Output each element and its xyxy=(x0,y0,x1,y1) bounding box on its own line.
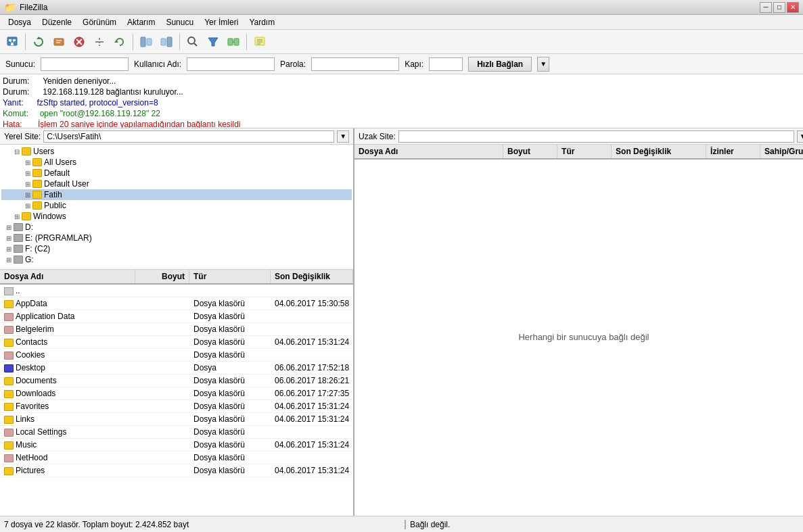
toolbar-filter[interactable] xyxy=(204,32,223,51)
header-date[interactable]: Son Değişiklik xyxy=(271,270,353,283)
expand-icon[interactable]: ⊞ xyxy=(12,213,22,220)
file-row-localsettings[interactable]: Local Settings Dosya klasörü xyxy=(0,426,353,439)
quickconnect-dropdown[interactable]: ▼ xyxy=(537,57,549,72)
file-row-documents[interactable]: Documents Dosya klasörü 06.06.2017 18:26… xyxy=(0,374,353,387)
svg-rect-7 xyxy=(54,39,64,45)
header-perm[interactable]: İzinler xyxy=(706,145,760,158)
file-row-appdata2[interactable]: Application Data Dosya klasörü xyxy=(0,310,353,323)
header-type[interactable]: Tür xyxy=(189,270,271,283)
password-input[interactable] xyxy=(311,57,399,71)
server-input[interactable] xyxy=(41,57,129,71)
menu-gorunum[interactable]: Görünüm xyxy=(77,16,122,28)
menu-yerimleri[interactable]: Yer İmleri xyxy=(199,16,244,28)
log-line: Durum: Yeniden deneniyor... xyxy=(3,76,800,87)
toolbar-dirsync[interactable] xyxy=(224,32,243,51)
port-input[interactable] xyxy=(429,57,463,71)
header-size[interactable]: Boyut xyxy=(503,145,557,158)
file-row-contacts[interactable]: Contacts Dosya klasörü 04.06.2017 15:31:… xyxy=(0,336,353,349)
toolbar-search[interactable] xyxy=(183,32,202,51)
folder-icon xyxy=(4,339,14,347)
file-row-favorites[interactable]: Favorites Dosya klasörü 04.06.2017 15:31… xyxy=(0,400,353,413)
tree-item-g[interactable]: ⊞ G: xyxy=(1,254,352,265)
quickconnect-button[interactable]: Hızlı Bağlan xyxy=(468,57,532,72)
tree-label: Users xyxy=(33,147,54,156)
tree-item-f[interactable]: ⊞ F: (C2) xyxy=(1,243,352,254)
local-file-list[interactable]: Dosya Adı Boyut Tür Son Değişiklik .. Ap… xyxy=(0,270,353,516)
header-name[interactable]: Dosya Adı xyxy=(0,270,135,283)
local-tree[interactable]: ⊟ Users ⊞ All Users ⊞ Default ⊞ Default … xyxy=(0,145,353,270)
header-name[interactable]: Dosya Adı xyxy=(354,145,503,158)
expand-icon[interactable]: ⊞ xyxy=(23,170,32,177)
username-input[interactable] xyxy=(187,57,275,71)
file-row-links[interactable]: Links Dosya klasörü 04.06.2017 15:31:24 xyxy=(0,413,353,426)
file-row-parent[interactable]: .. xyxy=(0,285,353,297)
menu-aktarim[interactable]: Aktarım xyxy=(122,16,160,28)
toolbar-remotetree[interactable] xyxy=(157,32,176,51)
toolbar-cancel[interactable] xyxy=(70,32,89,51)
file-row-appdata[interactable]: AppData Dosya klasörü 04.06.2017 15:30:5… xyxy=(0,297,353,310)
svg-marker-22 xyxy=(208,38,218,46)
file-row-belgelerim[interactable]: Belgelerim Dosya klasörü xyxy=(0,323,353,336)
file-size xyxy=(135,302,189,305)
expand-icon[interactable]: ⊞ xyxy=(23,159,32,166)
toolbar-disconnect[interactable] xyxy=(90,32,109,51)
expand-icon[interactable]: ⊞ xyxy=(23,191,32,199)
menu-sunucu[interactable]: Sunucu xyxy=(160,16,199,28)
tree-item-users[interactable]: ⊟ Users xyxy=(1,146,352,157)
expand-icon[interactable]: ⊞ xyxy=(4,256,14,264)
header-owner[interactable]: Sahip/Grup xyxy=(760,145,803,158)
expand-icon[interactable]: ⊟ xyxy=(12,148,22,155)
drive-icon xyxy=(14,223,23,231)
file-row-music[interactable]: Music Dosya klasörü 04.06.2017 15:31:24 xyxy=(0,439,353,452)
tree-item-public[interactable]: ⊞ Public xyxy=(1,200,352,211)
tree-label: All Users xyxy=(44,158,76,167)
file-date: 06.06.2017 18:26:21 xyxy=(271,374,353,387)
tree-item-windows[interactable]: ⊞ Windows xyxy=(1,211,352,222)
toolbar-processmgr[interactable] xyxy=(49,32,68,51)
tree-item-defaultuser[interactable]: ⊞ Default User xyxy=(1,178,352,189)
local-path-dropdown[interactable]: ▼ xyxy=(337,130,349,143)
toolbar-localtree[interactable] xyxy=(137,32,156,51)
expand-icon[interactable]: ⊞ xyxy=(4,235,14,242)
expand-icon[interactable]: ⊞ xyxy=(23,180,32,188)
file-name: NetHood xyxy=(0,452,135,464)
header-type[interactable]: Tür xyxy=(557,145,612,158)
menu-yardim[interactable]: Yardım xyxy=(244,16,280,28)
menu-duzenle[interactable]: Düzenle xyxy=(37,16,77,28)
file-size xyxy=(135,354,189,356)
expand-icon[interactable]: ⊞ xyxy=(4,245,14,253)
remote-path-dropdown[interactable]: ▼ xyxy=(797,130,803,143)
status-bar: 7 dosya ve 22 klasör. Toplam boyut: 2.42… xyxy=(0,516,803,532)
toolbar-sitemanager[interactable] xyxy=(3,32,22,51)
file-type: Dosya klasörü xyxy=(189,374,271,387)
tree-label: E: (PRGRAMLAR) xyxy=(25,233,92,243)
toolbar-reconnect[interactable] xyxy=(110,32,129,51)
toolbar-msglog[interactable] xyxy=(250,32,269,51)
remote-path-input[interactable] xyxy=(398,130,794,143)
log-line: Yanıt: fzSftp started, protocol_version=… xyxy=(3,97,800,108)
folder-icon xyxy=(4,441,14,450)
tree-item-allusers[interactable]: ⊞ All Users xyxy=(1,157,352,168)
file-row-downloads[interactable]: Downloads Dosya klasörü 06.06.2017 17:27… xyxy=(0,387,353,400)
tree-item-fatih[interactable]: ⊞ Fatih xyxy=(1,189,352,200)
file-date: 04.06.2017 15:31:24 xyxy=(271,413,353,425)
tree-item-default[interactable]: ⊞ Default xyxy=(1,168,352,178)
close-button[interactable]: ✕ xyxy=(787,2,799,13)
header-size[interactable]: Boyut xyxy=(135,270,189,283)
expand-icon[interactable]: ⊞ xyxy=(23,202,32,210)
local-path-input[interactable] xyxy=(43,130,334,143)
tree-item-d[interactable]: ⊞ D: xyxy=(1,222,352,233)
expand-icon[interactable]: ⊞ xyxy=(4,224,14,231)
file-row-nethood[interactable]: NetHood Dosya klasörü xyxy=(0,452,353,464)
menu-dosya[interactable]: Dosya xyxy=(3,16,37,28)
header-date[interactable]: Son Değişiklik xyxy=(612,145,706,158)
maximize-button[interactable]: □ xyxy=(773,2,785,13)
title-bar-left: 📁 FileZilla xyxy=(4,2,47,13)
file-name: .. xyxy=(0,285,135,297)
minimize-button[interactable]: ─ xyxy=(760,2,772,13)
toolbar-refresh[interactable] xyxy=(29,32,48,51)
file-row-desktop[interactable]: Desktop Dosya 06.06.2017 17:52:18 xyxy=(0,362,353,374)
file-row-pictures[interactable]: Pictures Dosya klasörü 04.06.2017 15:31:… xyxy=(0,464,353,477)
tree-item-e[interactable]: ⊞ E: (PRGRAMLAR) xyxy=(1,233,352,243)
file-row-cookies[interactable]: Cookies Dosya klasörü xyxy=(0,349,353,362)
